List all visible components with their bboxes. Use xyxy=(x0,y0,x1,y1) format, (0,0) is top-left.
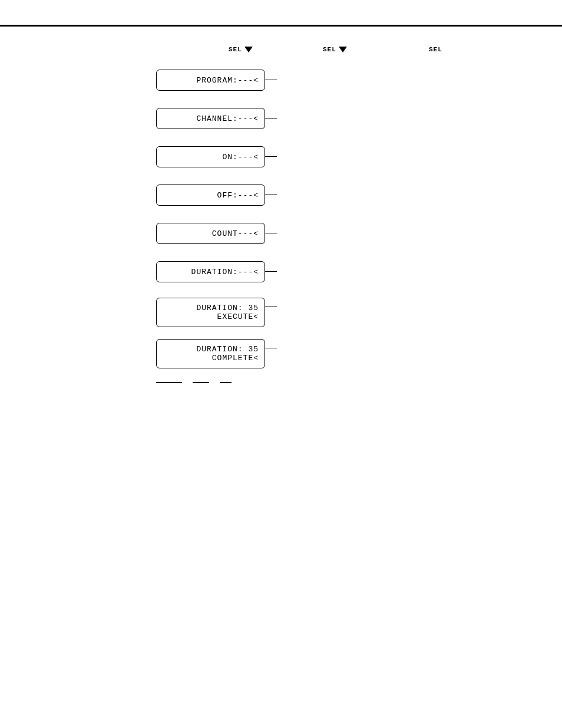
top-border xyxy=(0,25,562,27)
on-text: ON:---< xyxy=(222,153,259,162)
off-text: OFF:---< xyxy=(217,191,259,200)
legend-underline-1 xyxy=(156,382,182,383)
program-connector xyxy=(265,80,277,80)
legend-row xyxy=(156,382,232,384)
triangle-down-1 xyxy=(244,47,253,52)
duration-execute-display: DURATION: 35 EXECUTE< xyxy=(156,298,265,327)
duration-execute-connector xyxy=(265,307,277,307)
off-connector xyxy=(265,195,277,195)
count-display: COUNT---< xyxy=(156,223,265,244)
sel-label-1: SEL xyxy=(229,46,242,53)
count-text: COUNT---< xyxy=(212,229,259,238)
channel-text: CHANNEL:---< xyxy=(196,114,259,123)
off-display: OFF:---< xyxy=(156,185,265,206)
legend-item-2 xyxy=(193,382,209,384)
legend-item-1 xyxy=(156,382,182,384)
count-connector xyxy=(265,233,277,233)
sel-button-1[interactable]: SEL xyxy=(229,46,253,53)
sel-button-3[interactable]: SEL xyxy=(429,46,442,53)
on-connector xyxy=(265,156,277,157)
duration-execute-line2: EXECUTE< xyxy=(217,312,259,321)
duration-complete-connector xyxy=(265,348,277,348)
legend-item-3 xyxy=(220,382,232,384)
duration-complete-display: DURATION: 35 COMPLETE< xyxy=(156,339,265,368)
sel-label-2: SEL xyxy=(323,46,336,53)
channel-display: CHANNEL:---< xyxy=(156,108,265,129)
program-text: PROGRAM:---< xyxy=(196,76,259,85)
legend-underline-3 xyxy=(220,382,232,383)
channel-connector xyxy=(265,118,277,118)
legend-underline-2 xyxy=(193,382,209,383)
duration-complete-line2: COMPLETE< xyxy=(212,354,259,363)
program-display: PROGRAM:---< xyxy=(156,70,265,91)
duration-placeholder-display: DURATION:---< xyxy=(156,261,265,282)
sel-button-2[interactable]: SEL xyxy=(323,46,347,53)
triangle-down-2 xyxy=(339,47,347,52)
sel-label-3: SEL xyxy=(429,46,442,53)
duration-placeholder-connector xyxy=(265,271,277,272)
on-display: ON:---< xyxy=(156,146,265,167)
duration-placeholder-text: DURATION:---< xyxy=(191,268,259,276)
duration-execute-line1: DURATION: 35 xyxy=(196,304,259,312)
duration-complete-line1: DURATION: 35 xyxy=(196,345,259,354)
